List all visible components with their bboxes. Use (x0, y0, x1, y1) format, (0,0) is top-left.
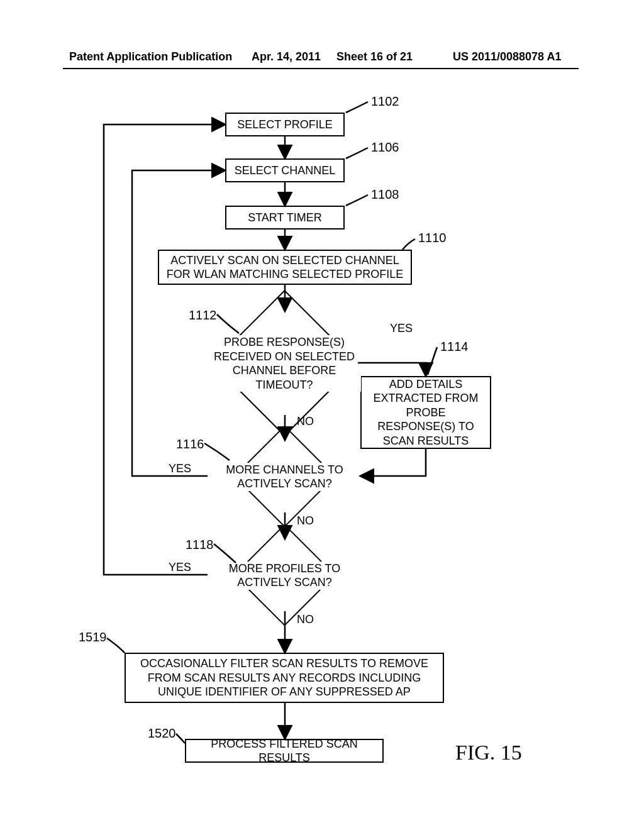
patent-figure-page: Patent Application Publication Apr. 14, … (0, 0, 644, 830)
flow-wires (0, 0, 644, 830)
